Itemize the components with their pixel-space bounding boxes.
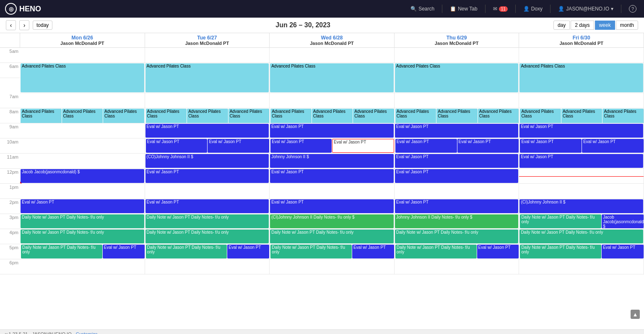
event-tue-daily-4pm[interactable]: Daily Note w/ Jason PT Daily Notes- f/u …	[145, 230, 269, 243]
mon-1pm[interactable]	[20, 184, 145, 199]
tue-4pm[interactable]: Daily Note w/ Jason PT Daily Notes- f/u …	[145, 229, 270, 244]
fri-7am[interactable]	[519, 93, 644, 108]
tue-5pm[interactable]: Daily Note w/ Jason PT Daily Notes- f/u …	[145, 244, 270, 259]
event-wed-ci-johnny-3pm[interactable]: (CI)Johnny Johnson II Daily Notes- f/u o…	[270, 214, 394, 228]
event-tue-eval-10am-2[interactable]: Eval w/ Jason PT	[208, 139, 269, 153]
tue-3pm[interactable]: Daily Note w/ Jason PT Daily Notes- f/u …	[145, 214, 270, 229]
mon-8am[interactable]: Advanced Pilates Class Advanced Pilates …	[20, 108, 145, 123]
thu-6am[interactable]: Advanced Pilates Class	[395, 63, 519, 93]
mon-10am[interactable]	[20, 138, 145, 154]
event-tue-advanced-pilates-6am[interactable]: Advanced Pilates Class	[145, 63, 269, 92]
thu-7am[interactable]	[395, 93, 519, 108]
tue-12pm[interactable]: Eval w/ Jason PT	[145, 169, 270, 184]
view-2days-button[interactable]: 2 days	[571, 21, 594, 30]
fri-9am[interactable]: Eval w/ Jason PT	[519, 123, 644, 138]
event-fri-eval-5pm[interactable]: Eval w/ Jason PT	[602, 245, 644, 258]
event-thu-daily-5pm[interactable]: Daily Note w/ Jason PT Daily Notes- f/u …	[395, 245, 477, 258]
event-tue-daily-3pm[interactable]: Daily Note w/ Jason PT Daily Notes- f/u …	[145, 214, 269, 228]
event-thu-eval-2pm[interactable]: Eval w/ Jason PT	[395, 199, 519, 213]
event-mon-jacob-12pm[interactable]: Jacob Jacob(jasonmcdonald) $	[21, 169, 144, 183]
view-week-button[interactable]: week	[595, 21, 615, 30]
today-button[interactable]: today	[33, 21, 52, 30]
tue-1pm[interactable]	[145, 184, 270, 199]
event-mon-adv-pil-8am-2[interactable]: Advanced Pilates Class	[62, 109, 103, 123]
wed-8am[interactable]: Advanced Pilates Class Advanced Pilates …	[270, 108, 395, 123]
event-fri-daily-3pm[interactable]: Daily Note w/ Jason PT Daily Notes- f/u …	[520, 214, 601, 228]
event-tue-adv-pil-8am-1[interactable]: Advanced Pilates Class	[146, 109, 187, 123]
doxy-button[interactable]: 👤 Doxy	[521, 4, 545, 13]
wed-2pm[interactable]: Eval w/ Jason PT	[270, 199, 395, 214]
search-button[interactable]: 🔍 Search	[408, 4, 437, 13]
event-mon-advanced-pilates-6am[interactable]: Advanced Pilates Class	[21, 63, 144, 92]
wed-9am[interactable]: Eval w/ Jason PT	[270, 123, 395, 138]
thu-9am[interactable]: Eval w/ Jason PT	[395, 123, 519, 138]
event-wed-adv-pil-8am-3[interactable]: Advanced Pilates Class	[353, 109, 394, 123]
event-wed-daily-5pm[interactable]: Daily Note w/ Jason PT Daily Notes- f/u …	[270, 245, 352, 258]
mon-6pm[interactable]	[20, 259, 145, 274]
fri-6pm[interactable]	[519, 259, 644, 274]
event-tue-eval-5pm[interactable]: Eval w/ Jason PT	[227, 245, 269, 258]
thu-3pm[interactable]: Johnny Johnson II Daily Notes- f/u only …	[395, 214, 519, 229]
mon-5am[interactable]	[20, 48, 145, 63]
tue-7am[interactable]	[145, 93, 270, 108]
fri-6am[interactable]: Advanced Pilates Class	[519, 63, 644, 93]
event-thu-eval-10am-1[interactable]: Eval w/ Jason PT	[395, 139, 457, 153]
event-fri-eval-10am-2[interactable]: Eval w/ Jason PT	[582, 139, 644, 153]
thu-1pm[interactable]	[395, 184, 519, 199]
event-fri-daily-4pm[interactable]: Daily Note w/ Jason PT Daily Notes- f/u …	[519, 230, 643, 243]
fri-5pm[interactable]: Daily Note w/ Jason PT Daily Notes- f/u …	[519, 244, 644, 259]
wed-6pm[interactable]	[270, 259, 395, 274]
event-tue-adv-pil-8am-2[interactable]: Advanced Pilates Class	[187, 109, 228, 123]
fri-8am[interactable]: Advanced Pilates Class Advanced Pilates …	[519, 108, 644, 123]
next-button[interactable]: ›	[19, 20, 29, 30]
event-mon-daily-3pm[interactable]: Daily Note w/ Jason PT Daily Notes- f/u …	[21, 214, 144, 228]
fri-3pm[interactable]: Daily Note w/ Jason PT Daily Notes- f/u …	[519, 214, 644, 229]
event-mon-eval-2pm[interactable]: Eval w/ Jason PT	[21, 199, 144, 213]
mon-2pm[interactable]: Eval w/ Jason PT	[20, 199, 145, 214]
event-wed-eval-10am-2[interactable]: Eval w/ Jason PT	[332, 139, 394, 153]
event-wed-johnny-11am[interactable]: Johnny Johnson II $	[270, 154, 394, 168]
event-wed-eval-2pm[interactable]: Eval w/ Jason PT	[270, 199, 394, 213]
tue-2pm[interactable]: Eval w/ Jason PT	[145, 199, 270, 214]
wed-1pm[interactable]	[270, 184, 395, 199]
thu-4pm[interactable]: Daily Note w/ Jason PT Daily Notes- f/u …	[395, 229, 519, 244]
event-mon-daily-5pm[interactable]: Daily Note w/ Jason PT Daily Notes- f/u …	[21, 245, 102, 258]
event-thu-daily-4pm[interactable]: Daily Note w/ Jason PT Daily Notes- f/u …	[395, 230, 519, 243]
thu-5am[interactable]	[395, 48, 519, 63]
event-wed-adv-pil-8am-1[interactable]: Advanced Pilates Class	[270, 109, 312, 123]
event-mon-daily-4pm[interactable]: Daily Note w/ Jason PT Daily Notes- f/u …	[21, 230, 144, 243]
mon-11am[interactable]	[20, 154, 145, 169]
thu-2pm[interactable]: Eval w/ Jason PT	[395, 199, 519, 214]
user-menu-button[interactable]: 👤 JASON@HENO.IO ▾	[556, 4, 616, 13]
event-wed-advanced-pilates-6am[interactable]: Advanced Pilates Class	[270, 63, 394, 92]
event-fri-eval-9am[interactable]: Eval w/ Jason PT	[519, 124, 643, 138]
fri-5am[interactable]	[519, 48, 644, 63]
event-wed-eval-9am[interactable]: Eval w/ Jason PT	[270, 124, 394, 138]
event-mon-adv-pil-8am-1[interactable]: Advanced Pilates Class	[21, 109, 62, 123]
event-thu-adv-pil-8am-3[interactable]: Advanced Pilates Class	[478, 109, 519, 123]
fri-2pm[interactable]: (CI)Johnny Johnson II $	[519, 199, 644, 214]
wed-11am[interactable]: Johnny Johnson II $	[270, 154, 395, 169]
tue-9am[interactable]: Eval w/ Jason PT	[145, 123, 270, 138]
event-wed-eval-10am-1[interactable]: Eval w/ Jason PT	[270, 139, 332, 153]
fri-11am[interactable]: Eval w/ Jason PT	[519, 154, 644, 169]
mon-6am[interactable]: Advanced Pilates Class	[20, 63, 145, 93]
mon-7am[interactable]	[20, 93, 145, 108]
event-wed-adv-pil-8am-2[interactable]: Advanced Pilates Class	[312, 109, 353, 123]
event-wed-daily-4pm[interactable]: Daily Note w/ Jason PT Daily Notes- f/u …	[270, 230, 394, 243]
fri-12pm[interactable]	[519, 169, 644, 184]
fri-10am[interactable]: Eval w/ Jason PT Eval w/ Jason PT	[519, 138, 644, 154]
tue-6am[interactable]: Advanced Pilates Class	[145, 63, 270, 93]
new-tab-button[interactable]: 📋 New Tab	[447, 4, 480, 13]
event-fri-jacob-3pm[interactable]: Jacob Jacob(jasonmcdonald) $	[602, 214, 644, 228]
tue-5am[interactable]	[145, 48, 270, 63]
event-tue-johnny-11am[interactable]: (CO)Johnny Johnson II $	[145, 154, 269, 168]
event-mon-eval-5pm[interactable]: Eval w/ Jason PT	[103, 245, 145, 258]
event-wed-eval-12pm[interactable]: Eval w/ Jason PT	[270, 169, 394, 183]
customize-link[interactable]: Customize	[76, 331, 98, 334]
event-fri-adv-pil-8am-1[interactable]: Advanced Pilates Class	[520, 109, 561, 123]
wed-10am[interactable]: Eval w/ Jason PT Eval w/ Jason PT	[270, 138, 395, 154]
prev-button[interactable]: ‹	[6, 20, 16, 30]
wed-4pm[interactable]: Daily Note w/ Jason PT Daily Notes- f/u …	[270, 229, 395, 244]
event-fri-adv-pil-8am-2[interactable]: Advanced Pilates Class	[561, 109, 602, 123]
